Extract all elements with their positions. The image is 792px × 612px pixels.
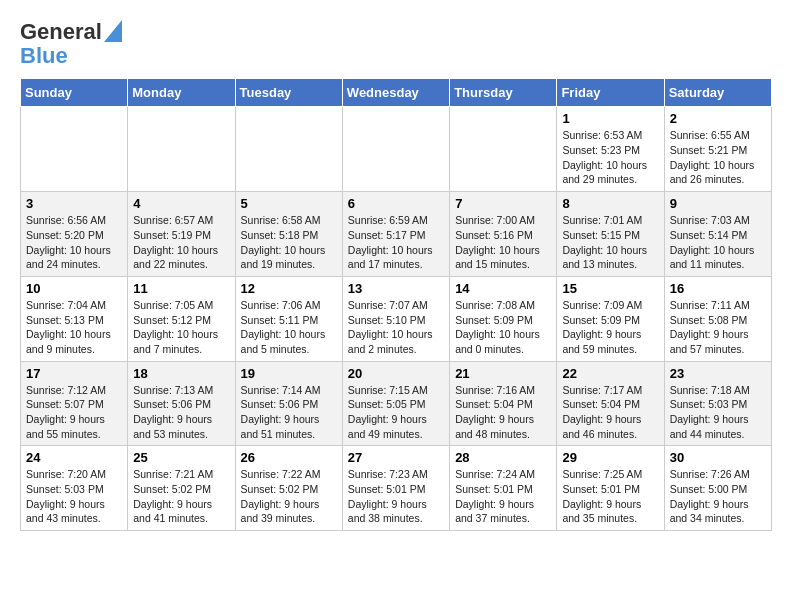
day-number: 9 — [670, 196, 766, 211]
calendar-week-5: 24Sunrise: 7:20 AM Sunset: 5:03 PM Dayli… — [21, 446, 772, 531]
day-number: 18 — [133, 366, 229, 381]
day-info: Sunrise: 7:21 AM Sunset: 5:02 PM Dayligh… — [133, 467, 229, 526]
calendar-cell: 4Sunrise: 6:57 AM Sunset: 5:19 PM Daylig… — [128, 192, 235, 277]
day-info: Sunrise: 6:59 AM Sunset: 5:17 PM Dayligh… — [348, 213, 444, 272]
day-header-thursday: Thursday — [450, 79, 557, 107]
calendar-cell: 16Sunrise: 7:11 AM Sunset: 5:08 PM Dayli… — [664, 276, 771, 361]
day-info: Sunrise: 7:03 AM Sunset: 5:14 PM Dayligh… — [670, 213, 766, 272]
day-info: Sunrise: 7:24 AM Sunset: 5:01 PM Dayligh… — [455, 467, 551, 526]
day-info: Sunrise: 7:01 AM Sunset: 5:15 PM Dayligh… — [562, 213, 658, 272]
calendar-cell: 6Sunrise: 6:59 AM Sunset: 5:17 PM Daylig… — [342, 192, 449, 277]
calendar-cell: 9Sunrise: 7:03 AM Sunset: 5:14 PM Daylig… — [664, 192, 771, 277]
svg-marker-0 — [104, 20, 122, 42]
day-header-monday: Monday — [128, 79, 235, 107]
day-info: Sunrise: 7:08 AM Sunset: 5:09 PM Dayligh… — [455, 298, 551, 357]
calendar-cell: 11Sunrise: 7:05 AM Sunset: 5:12 PM Dayli… — [128, 276, 235, 361]
day-info: Sunrise: 7:13 AM Sunset: 5:06 PM Dayligh… — [133, 383, 229, 442]
day-number: 28 — [455, 450, 551, 465]
calendar-cell: 27Sunrise: 7:23 AM Sunset: 5:01 PM Dayli… — [342, 446, 449, 531]
day-info: Sunrise: 7:09 AM Sunset: 5:09 PM Dayligh… — [562, 298, 658, 357]
calendar-cell: 1Sunrise: 6:53 AM Sunset: 5:23 PM Daylig… — [557, 107, 664, 192]
day-header-wednesday: Wednesday — [342, 79, 449, 107]
calendar-cell: 17Sunrise: 7:12 AM Sunset: 5:07 PM Dayli… — [21, 361, 128, 446]
calendar-cell: 2Sunrise: 6:55 AM Sunset: 5:21 PM Daylig… — [664, 107, 771, 192]
calendar-cell: 26Sunrise: 7:22 AM Sunset: 5:02 PM Dayli… — [235, 446, 342, 531]
calendar-week-2: 3Sunrise: 6:56 AM Sunset: 5:20 PM Daylig… — [21, 192, 772, 277]
day-header-saturday: Saturday — [664, 79, 771, 107]
calendar-week-4: 17Sunrise: 7:12 AM Sunset: 5:07 PM Dayli… — [21, 361, 772, 446]
logo-triangle-icon — [104, 20, 122, 42]
day-number: 15 — [562, 281, 658, 296]
day-number: 1 — [562, 111, 658, 126]
day-info: Sunrise: 6:58 AM Sunset: 5:18 PM Dayligh… — [241, 213, 337, 272]
calendar-cell: 21Sunrise: 7:16 AM Sunset: 5:04 PM Dayli… — [450, 361, 557, 446]
day-number: 2 — [670, 111, 766, 126]
day-number: 17 — [26, 366, 122, 381]
day-header-friday: Friday — [557, 79, 664, 107]
day-number: 8 — [562, 196, 658, 211]
calendar-cell: 29Sunrise: 7:25 AM Sunset: 5:01 PM Dayli… — [557, 446, 664, 531]
calendar-cell: 15Sunrise: 7:09 AM Sunset: 5:09 PM Dayli… — [557, 276, 664, 361]
day-number: 16 — [670, 281, 766, 296]
calendar-cell: 30Sunrise: 7:26 AM Sunset: 5:00 PM Dayli… — [664, 446, 771, 531]
logo-text-blue: Blue — [20, 44, 68, 68]
day-info: Sunrise: 7:22 AM Sunset: 5:02 PM Dayligh… — [241, 467, 337, 526]
day-number: 27 — [348, 450, 444, 465]
day-info: Sunrise: 7:12 AM Sunset: 5:07 PM Dayligh… — [26, 383, 122, 442]
calendar-cell: 22Sunrise: 7:17 AM Sunset: 5:04 PM Dayli… — [557, 361, 664, 446]
day-info: Sunrise: 7:25 AM Sunset: 5:01 PM Dayligh… — [562, 467, 658, 526]
day-number: 13 — [348, 281, 444, 296]
day-info: Sunrise: 7:15 AM Sunset: 5:05 PM Dayligh… — [348, 383, 444, 442]
day-number: 21 — [455, 366, 551, 381]
calendar-week-1: 1Sunrise: 6:53 AM Sunset: 5:23 PM Daylig… — [21, 107, 772, 192]
day-info: Sunrise: 7:06 AM Sunset: 5:11 PM Dayligh… — [241, 298, 337, 357]
calendar-cell — [128, 107, 235, 192]
day-number: 14 — [455, 281, 551, 296]
day-info: Sunrise: 6:53 AM Sunset: 5:23 PM Dayligh… — [562, 128, 658, 187]
day-info: Sunrise: 7:11 AM Sunset: 5:08 PM Dayligh… — [670, 298, 766, 357]
day-number: 12 — [241, 281, 337, 296]
calendar-cell: 24Sunrise: 7:20 AM Sunset: 5:03 PM Dayli… — [21, 446, 128, 531]
day-number: 19 — [241, 366, 337, 381]
day-info: Sunrise: 7:07 AM Sunset: 5:10 PM Dayligh… — [348, 298, 444, 357]
day-info: Sunrise: 7:00 AM Sunset: 5:16 PM Dayligh… — [455, 213, 551, 272]
day-header-sunday: Sunday — [21, 79, 128, 107]
calendar-cell: 7Sunrise: 7:00 AM Sunset: 5:16 PM Daylig… — [450, 192, 557, 277]
day-info: Sunrise: 7:20 AM Sunset: 5:03 PM Dayligh… — [26, 467, 122, 526]
day-info: Sunrise: 7:18 AM Sunset: 5:03 PM Dayligh… — [670, 383, 766, 442]
day-info: Sunrise: 6:57 AM Sunset: 5:19 PM Dayligh… — [133, 213, 229, 272]
calendar-cell: 12Sunrise: 7:06 AM Sunset: 5:11 PM Dayli… — [235, 276, 342, 361]
logo: General Blue — [20, 20, 122, 68]
day-info: Sunrise: 7:05 AM Sunset: 5:12 PM Dayligh… — [133, 298, 229, 357]
calendar-cell: 19Sunrise: 7:14 AM Sunset: 5:06 PM Dayli… — [235, 361, 342, 446]
day-number: 25 — [133, 450, 229, 465]
day-number: 26 — [241, 450, 337, 465]
calendar-cell: 13Sunrise: 7:07 AM Sunset: 5:10 PM Dayli… — [342, 276, 449, 361]
calendar-cell: 28Sunrise: 7:24 AM Sunset: 5:01 PM Dayli… — [450, 446, 557, 531]
day-number: 10 — [26, 281, 122, 296]
day-info: Sunrise: 6:55 AM Sunset: 5:21 PM Dayligh… — [670, 128, 766, 187]
day-number: 24 — [26, 450, 122, 465]
calendar-cell — [235, 107, 342, 192]
day-number: 11 — [133, 281, 229, 296]
day-number: 20 — [348, 366, 444, 381]
calendar-week-3: 10Sunrise: 7:04 AM Sunset: 5:13 PM Dayli… — [21, 276, 772, 361]
day-number: 22 — [562, 366, 658, 381]
page-header: General Blue — [20, 20, 772, 68]
calendar-table: SundayMondayTuesdayWednesdayThursdayFrid… — [20, 78, 772, 531]
day-number: 7 — [455, 196, 551, 211]
calendar-cell — [21, 107, 128, 192]
day-number: 30 — [670, 450, 766, 465]
calendar-cell: 5Sunrise: 6:58 AM Sunset: 5:18 PM Daylig… — [235, 192, 342, 277]
calendar-header-row: SundayMondayTuesdayWednesdayThursdayFrid… — [21, 79, 772, 107]
calendar-cell — [450, 107, 557, 192]
day-number: 29 — [562, 450, 658, 465]
day-info: Sunrise: 6:56 AM Sunset: 5:20 PM Dayligh… — [26, 213, 122, 272]
calendar-cell: 3Sunrise: 6:56 AM Sunset: 5:20 PM Daylig… — [21, 192, 128, 277]
day-info: Sunrise: 7:04 AM Sunset: 5:13 PM Dayligh… — [26, 298, 122, 357]
day-number: 5 — [241, 196, 337, 211]
day-header-tuesday: Tuesday — [235, 79, 342, 107]
calendar-cell: 23Sunrise: 7:18 AM Sunset: 5:03 PM Dayli… — [664, 361, 771, 446]
calendar-cell: 14Sunrise: 7:08 AM Sunset: 5:09 PM Dayli… — [450, 276, 557, 361]
logo-text-general: General — [20, 20, 102, 44]
